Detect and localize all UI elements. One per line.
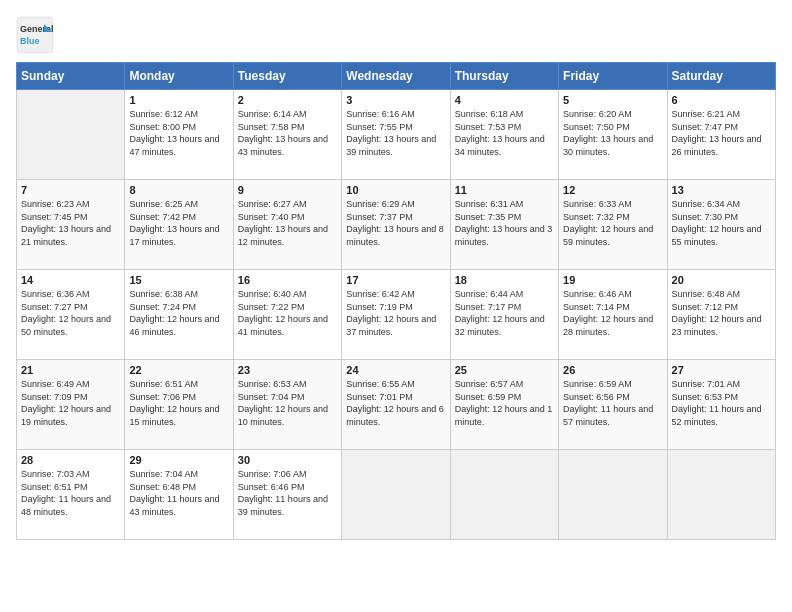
day-cell: 14Sunrise: 6:36 AMSunset: 7:27 PMDayligh… [17,270,125,360]
header-cell-tuesday: Tuesday [233,63,341,90]
cell-info: Sunrise: 6:40 AMSunset: 7:22 PMDaylight:… [238,288,337,338]
cell-info: Sunrise: 6:14 AMSunset: 7:58 PMDaylight:… [238,108,337,158]
header-cell-sunday: Sunday [17,63,125,90]
cell-info: Sunrise: 6:33 AMSunset: 7:32 PMDaylight:… [563,198,662,248]
header-cell-thursday: Thursday [450,63,558,90]
header-row: SundayMondayTuesdayWednesdayThursdayFrid… [17,63,776,90]
day-cell: 18Sunrise: 6:44 AMSunset: 7:17 PMDayligh… [450,270,558,360]
header-cell-friday: Friday [559,63,667,90]
day-cell: 6Sunrise: 6:21 AMSunset: 7:47 PMDaylight… [667,90,775,180]
day-number: 11 [455,184,554,196]
day-number: 8 [129,184,228,196]
day-number: 20 [672,274,771,286]
cell-info: Sunrise: 6:31 AMSunset: 7:35 PMDaylight:… [455,198,554,248]
day-cell: 8Sunrise: 6:25 AMSunset: 7:42 PMDaylight… [125,180,233,270]
cell-info: Sunrise: 6:23 AMSunset: 7:45 PMDaylight:… [21,198,120,248]
day-cell: 19Sunrise: 6:46 AMSunset: 7:14 PMDayligh… [559,270,667,360]
day-cell: 25Sunrise: 6:57 AMSunset: 6:59 PMDayligh… [450,360,558,450]
day-cell: 5Sunrise: 6:20 AMSunset: 7:50 PMDaylight… [559,90,667,180]
day-number: 28 [21,454,120,466]
day-number: 17 [346,274,445,286]
day-cell [342,450,450,540]
day-number: 22 [129,364,228,376]
calendar-header: SundayMondayTuesdayWednesdayThursdayFrid… [17,63,776,90]
day-number: 9 [238,184,337,196]
day-number: 10 [346,184,445,196]
day-cell: 24Sunrise: 6:55 AMSunset: 7:01 PMDayligh… [342,360,450,450]
cell-info: Sunrise: 6:34 AMSunset: 7:30 PMDaylight:… [672,198,771,248]
day-cell: 3Sunrise: 6:16 AMSunset: 7:55 PMDaylight… [342,90,450,180]
day-number: 25 [455,364,554,376]
cell-info: Sunrise: 6:27 AMSunset: 7:40 PMDaylight:… [238,198,337,248]
header-cell-monday: Monday [125,63,233,90]
cell-info: Sunrise: 6:59 AMSunset: 6:56 PMDaylight:… [563,378,662,428]
week-row-2: 7Sunrise: 6:23 AMSunset: 7:45 PMDaylight… [17,180,776,270]
day-number: 12 [563,184,662,196]
day-cell [450,450,558,540]
day-cell: 2Sunrise: 6:14 AMSunset: 7:58 PMDaylight… [233,90,341,180]
header-cell-saturday: Saturday [667,63,775,90]
day-number: 3 [346,94,445,106]
day-number: 6 [672,94,771,106]
day-number: 19 [563,274,662,286]
cell-info: Sunrise: 6:53 AMSunset: 7:04 PMDaylight:… [238,378,337,428]
header-cell-wednesday: Wednesday [342,63,450,90]
cell-info: Sunrise: 6:20 AMSunset: 7:50 PMDaylight:… [563,108,662,158]
cell-info: Sunrise: 6:21 AMSunset: 7:47 PMDaylight:… [672,108,771,158]
cell-info: Sunrise: 6:51 AMSunset: 7:06 PMDaylight:… [129,378,228,428]
day-number: 4 [455,94,554,106]
day-cell: 26Sunrise: 6:59 AMSunset: 6:56 PMDayligh… [559,360,667,450]
day-cell [667,450,775,540]
cell-info: Sunrise: 6:36 AMSunset: 7:27 PMDaylight:… [21,288,120,338]
day-cell: 30Sunrise: 7:06 AMSunset: 6:46 PMDayligh… [233,450,341,540]
day-cell [559,450,667,540]
cell-info: Sunrise: 6:46 AMSunset: 7:14 PMDaylight:… [563,288,662,338]
day-number: 5 [563,94,662,106]
cell-info: Sunrise: 6:44 AMSunset: 7:17 PMDaylight:… [455,288,554,338]
cell-info: Sunrise: 7:04 AMSunset: 6:48 PMDaylight:… [129,468,228,518]
day-cell: 29Sunrise: 7:04 AMSunset: 6:48 PMDayligh… [125,450,233,540]
day-cell: 1Sunrise: 6:12 AMSunset: 8:00 PMDaylight… [125,90,233,180]
calendar-body: 1Sunrise: 6:12 AMSunset: 8:00 PMDaylight… [17,90,776,540]
cell-info: Sunrise: 6:42 AMSunset: 7:19 PMDaylight:… [346,288,445,338]
day-number: 1 [129,94,228,106]
day-number: 18 [455,274,554,286]
week-row-1: 1Sunrise: 6:12 AMSunset: 8:00 PMDaylight… [17,90,776,180]
cell-info: Sunrise: 6:49 AMSunset: 7:09 PMDaylight:… [21,378,120,428]
day-cell: 17Sunrise: 6:42 AMSunset: 7:19 PMDayligh… [342,270,450,360]
day-number: 7 [21,184,120,196]
cell-info: Sunrise: 6:48 AMSunset: 7:12 PMDaylight:… [672,288,771,338]
day-cell: 9Sunrise: 6:27 AMSunset: 7:40 PMDaylight… [233,180,341,270]
day-cell: 10Sunrise: 6:29 AMSunset: 7:37 PMDayligh… [342,180,450,270]
day-cell: 28Sunrise: 7:03 AMSunset: 6:51 PMDayligh… [17,450,125,540]
day-cell: 7Sunrise: 6:23 AMSunset: 7:45 PMDaylight… [17,180,125,270]
day-cell: 27Sunrise: 7:01 AMSunset: 6:53 PMDayligh… [667,360,775,450]
day-number: 2 [238,94,337,106]
day-cell: 15Sunrise: 6:38 AMSunset: 7:24 PMDayligh… [125,270,233,360]
day-cell: 16Sunrise: 6:40 AMSunset: 7:22 PMDayligh… [233,270,341,360]
cell-info: Sunrise: 6:12 AMSunset: 8:00 PMDaylight:… [129,108,228,158]
day-cell: 21Sunrise: 6:49 AMSunset: 7:09 PMDayligh… [17,360,125,450]
cell-info: Sunrise: 6:16 AMSunset: 7:55 PMDaylight:… [346,108,445,158]
logo-icon: General Blue [16,16,52,52]
day-number: 21 [21,364,120,376]
day-number: 30 [238,454,337,466]
cell-info: Sunrise: 7:06 AMSunset: 6:46 PMDaylight:… [238,468,337,518]
week-row-3: 14Sunrise: 6:36 AMSunset: 7:27 PMDayligh… [17,270,776,360]
day-number: 23 [238,364,337,376]
day-cell: 23Sunrise: 6:53 AMSunset: 7:04 PMDayligh… [233,360,341,450]
cell-info: Sunrise: 7:03 AMSunset: 6:51 PMDaylight:… [21,468,120,518]
cell-info: Sunrise: 7:01 AMSunset: 6:53 PMDaylight:… [672,378,771,428]
day-number: 16 [238,274,337,286]
cell-info: Sunrise: 6:57 AMSunset: 6:59 PMDaylight:… [455,378,554,428]
svg-text:Blue: Blue [20,36,40,46]
logo: General Blue [16,16,56,52]
page-header: General Blue [16,16,776,52]
day-number: 24 [346,364,445,376]
cell-info: Sunrise: 6:29 AMSunset: 7:37 PMDaylight:… [346,198,445,248]
svg-rect-0 [17,17,53,53]
day-number: 26 [563,364,662,376]
calendar-table: SundayMondayTuesdayWednesdayThursdayFrid… [16,62,776,540]
day-number: 13 [672,184,771,196]
cell-info: Sunrise: 6:18 AMSunset: 7:53 PMDaylight:… [455,108,554,158]
